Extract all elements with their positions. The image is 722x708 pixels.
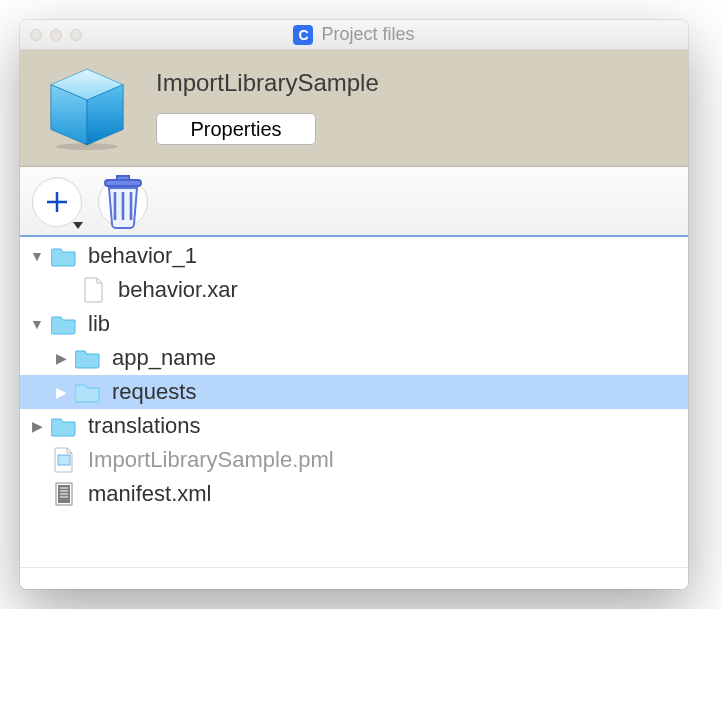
manifest-file-icon bbox=[50, 481, 78, 507]
tree-item-label: behavior.xar bbox=[114, 277, 238, 303]
tree-item-label: manifest.xml bbox=[84, 481, 211, 507]
disclosure-triangle-icon[interactable]: ▼ bbox=[30, 316, 44, 332]
file-tree: ▼ behavior_1 behavior.xar ▼ lib ▶ bbox=[20, 237, 688, 567]
titlebar: C Project files bbox=[20, 20, 688, 50]
folder-icon bbox=[50, 313, 78, 335]
project-header: ImportLibrarySample Properties bbox=[20, 50, 688, 167]
folder-icon bbox=[50, 245, 78, 267]
add-button[interactable] bbox=[32, 177, 82, 227]
svg-point-3 bbox=[56, 143, 118, 150]
disclosure-triangle-icon[interactable]: ▶ bbox=[30, 418, 44, 434]
tree-item-label: translations bbox=[84, 413, 201, 439]
tree-folder-translations[interactable]: ▶ translations bbox=[20, 409, 688, 443]
tree-item-label: lib bbox=[84, 311, 110, 337]
disclosure-triangle-icon[interactable]: ▶ bbox=[54, 350, 68, 366]
tree-file-manifest[interactable]: manifest.xml bbox=[20, 477, 688, 511]
project-name: ImportLibrarySample bbox=[156, 69, 379, 97]
folder-icon bbox=[74, 347, 102, 369]
window-controls bbox=[30, 29, 82, 41]
tree-folder-lib[interactable]: ▼ lib bbox=[20, 307, 688, 341]
svg-rect-5 bbox=[58, 455, 70, 465]
tree-folder-requests[interactable]: ▶ requests bbox=[20, 375, 688, 409]
tree-item-label: app_name bbox=[108, 345, 216, 371]
pml-file-icon bbox=[50, 447, 78, 473]
zoom-window-button[interactable] bbox=[70, 29, 82, 41]
disclosure-triangle-icon[interactable]: ▼ bbox=[30, 248, 44, 264]
window-title: Project files bbox=[321, 24, 414, 45]
close-window-button[interactable] bbox=[30, 29, 42, 41]
tree-item-label: ImportLibrarySample.pml bbox=[84, 447, 334, 473]
tree-item-label: requests bbox=[108, 379, 196, 405]
folder-icon bbox=[50, 415, 78, 437]
project-files-window: C Project files bbox=[20, 20, 688, 589]
tree-item-label: behavior_1 bbox=[84, 243, 197, 269]
disclosure-triangle-icon[interactable]: ▶ bbox=[54, 384, 68, 400]
file-icon bbox=[80, 277, 108, 303]
project-cube-icon bbox=[44, 64, 130, 150]
app-badge-icon: C bbox=[293, 25, 313, 45]
window-footer bbox=[20, 567, 688, 589]
delete-button[interactable] bbox=[98, 177, 148, 227]
tree-file-pml[interactable]: ImportLibrarySample.pml bbox=[20, 443, 688, 477]
tree-file-behavior-xar[interactable]: behavior.xar bbox=[20, 273, 688, 307]
tree-folder-behavior_1[interactable]: ▼ behavior_1 bbox=[20, 239, 688, 273]
properties-button[interactable]: Properties bbox=[156, 113, 316, 145]
folder-icon bbox=[74, 381, 102, 403]
minimize-window-button[interactable] bbox=[50, 29, 62, 41]
toolbar bbox=[20, 167, 688, 237]
tree-folder-app_name[interactable]: ▶ app_name bbox=[20, 341, 688, 375]
